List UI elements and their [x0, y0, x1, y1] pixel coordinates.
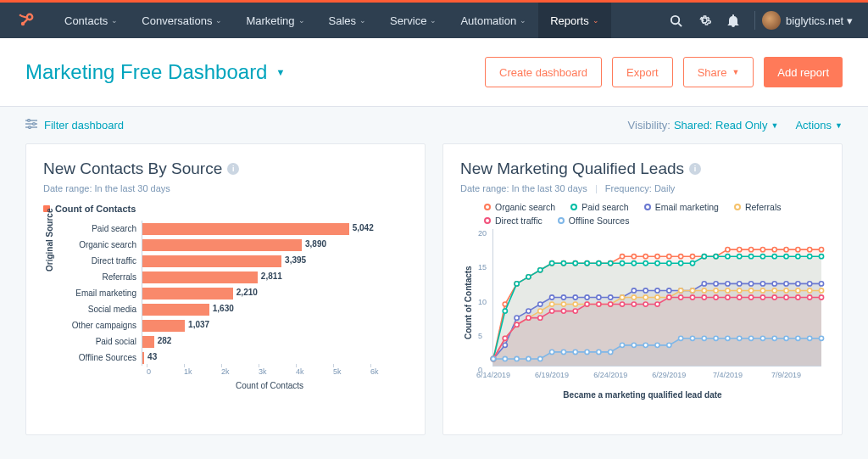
- data-point[interactable]: [632, 302, 636, 306]
- data-point[interactable]: [808, 336, 812, 340]
- data-point[interactable]: [796, 248, 800, 252]
- data-point[interactable]: [515, 322, 519, 327]
- data-point[interactable]: [702, 288, 706, 293]
- data-point[interactable]: [526, 356, 531, 361]
- data-point[interactable]: [808, 282, 812, 286]
- filter-dashboard-button[interactable]: Filter dashboard: [25, 119, 124, 132]
- data-point[interactable]: [561, 261, 565, 266]
- data-point[interactable]: [726, 255, 730, 259]
- data-point[interactable]: [597, 302, 601, 306]
- data-point[interactable]: [679, 255, 683, 259]
- data-point[interactable]: [784, 255, 788, 259]
- data-point[interactable]: [714, 282, 718, 286]
- data-point[interactable]: [819, 295, 823, 299]
- data-point[interactable]: [643, 261, 648, 266]
- data-point[interactable]: [772, 255, 776, 259]
- data-point[interactable]: [748, 288, 753, 293]
- data-point[interactable]: [538, 356, 542, 361]
- create-dashboard-button[interactable]: Create dashboard: [485, 57, 602, 87]
- data-point[interactable]: [702, 255, 706, 259]
- data-point[interactable]: [679, 336, 683, 340]
- data-point[interactable]: [550, 309, 554, 313]
- data-point[interactable]: [726, 336, 730, 340]
- data-point[interactable]: [643, 343, 648, 347]
- data-point[interactable]: [819, 248, 823, 252]
- search-icon[interactable]: [661, 14, 690, 27]
- add-report-button[interactable]: Add report: [764, 57, 843, 87]
- data-point[interactable]: [609, 302, 613, 306]
- data-point[interactable]: [772, 248, 776, 252]
- data-point[interactable]: [561, 350, 565, 354]
- data-point[interactable]: [573, 295, 577, 299]
- legend-item[interactable]: Offline Sources: [558, 216, 630, 226]
- legend-item[interactable]: Organic search: [484, 202, 555, 212]
- data-point[interactable]: [760, 295, 765, 299]
- data-point[interactable]: [690, 336, 694, 340]
- nav-item-sales[interactable]: Sales⌄: [317, 3, 379, 38]
- data-point[interactable]: [714, 295, 718, 299]
- bar[interactable]: [142, 336, 154, 348]
- data-point[interactable]: [667, 295, 671, 299]
- data-point[interactable]: [748, 255, 753, 259]
- nav-item-conversations[interactable]: Conversations⌄: [130, 3, 234, 38]
- data-point[interactable]: [503, 343, 507, 347]
- hubspot-logo-icon[interactable]: [17, 11, 36, 30]
- data-point[interactable]: [597, 261, 601, 266]
- data-point[interactable]: [573, 309, 577, 313]
- data-point[interactable]: [819, 255, 823, 259]
- data-point[interactable]: [550, 261, 554, 266]
- data-point[interactable]: [690, 288, 694, 293]
- data-point[interactable]: [796, 295, 800, 299]
- data-point[interactable]: [737, 282, 742, 286]
- data-point[interactable]: [784, 336, 788, 340]
- data-point[interactable]: [573, 261, 577, 266]
- bar[interactable]: [142, 320, 185, 332]
- data-point[interactable]: [772, 288, 776, 293]
- data-point[interactable]: [714, 255, 718, 259]
- bar[interactable]: [142, 271, 258, 283]
- data-point[interactable]: [643, 302, 648, 306]
- data-point[interactable]: [526, 309, 531, 313]
- data-point[interactable]: [503, 336, 507, 340]
- notifications-icon[interactable]: [719, 14, 748, 27]
- data-point[interactable]: [808, 288, 812, 293]
- data-point[interactable]: [609, 350, 613, 354]
- nav-item-reports[interactable]: Reports⌄: [538, 3, 611, 38]
- data-point[interactable]: [714, 288, 718, 293]
- dashboard-title-dropdown[interactable]: Marketing Free Dashboard ▼: [25, 60, 285, 84]
- data-point[interactable]: [632, 255, 636, 259]
- data-point[interactable]: [784, 295, 788, 299]
- data-point[interactable]: [655, 343, 659, 347]
- data-point[interactable]: [737, 295, 742, 299]
- data-point[interactable]: [737, 248, 742, 252]
- data-point[interactable]: [714, 336, 718, 340]
- data-point[interactable]: [620, 255, 624, 259]
- data-point[interactable]: [667, 288, 671, 293]
- data-point[interactable]: [819, 336, 823, 340]
- data-point[interactable]: [597, 350, 601, 354]
- data-point[interactable]: [561, 295, 565, 299]
- data-point[interactable]: [491, 356, 495, 361]
- nav-item-contacts[interactable]: Contacts⌄: [53, 3, 130, 38]
- data-point[interactable]: [609, 261, 613, 266]
- data-point[interactable]: [760, 248, 765, 252]
- data-point[interactable]: [784, 248, 788, 252]
- data-point[interactable]: [760, 288, 765, 293]
- data-point[interactable]: [808, 248, 812, 252]
- data-point[interactable]: [538, 316, 542, 320]
- data-point[interactable]: [620, 343, 624, 347]
- data-point[interactable]: [585, 350, 589, 354]
- data-point[interactable]: [819, 282, 823, 286]
- nav-item-automation[interactable]: Automation⌄: [448, 3, 538, 38]
- data-point[interactable]: [737, 255, 742, 259]
- data-point[interactable]: [679, 288, 683, 293]
- data-point[interactable]: [609, 295, 613, 299]
- data-point[interactable]: [667, 255, 671, 259]
- info-icon[interactable]: i: [689, 163, 701, 175]
- data-point[interactable]: [772, 282, 776, 286]
- data-point[interactable]: [679, 261, 683, 266]
- data-point[interactable]: [667, 261, 671, 266]
- data-point[interactable]: [726, 295, 730, 299]
- data-point[interactable]: [796, 336, 800, 340]
- data-point[interactable]: [702, 336, 706, 340]
